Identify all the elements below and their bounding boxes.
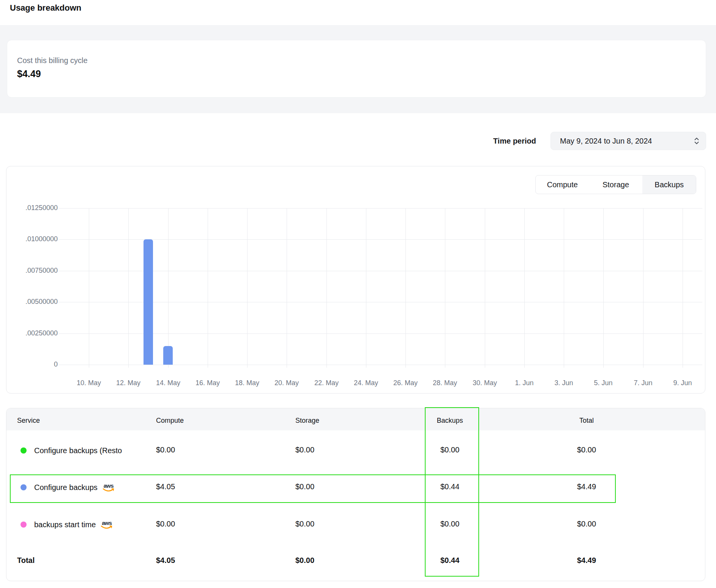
tab-backups[interactable]: Backups: [642, 175, 696, 194]
table-total-storage: $0.00: [295, 556, 314, 565]
page-title: Usage breakdown: [10, 3, 81, 13]
x-axis-tick-label: 26. May: [385, 379, 426, 387]
column-header-storage: Storage: [295, 417, 319, 425]
table-cell-total: $0.00: [530, 520, 643, 528]
x-axis-tick-label: 12. May: [107, 379, 149, 387]
tab-storage[interactable]: Storage: [589, 175, 643, 194]
x-axis-tick-label: 14. May: [147, 379, 189, 387]
time-period-select[interactable]: May 9, 2024 to Jun 8, 2024: [550, 132, 706, 150]
x-axis-tick-label: 7. Jun: [622, 379, 664, 387]
x-axis-tick-label: 9. Jun: [662, 379, 703, 387]
y-axis-tick-label: .00500000: [8, 298, 58, 306]
x-axis-tick-label: 22. May: [306, 379, 347, 387]
usage-breakdown-page: { "page": { "title": "Usage breakdown" }…: [0, 0, 716, 588]
y-axis-tick-label: 0: [8, 360, 58, 368]
column-header-compute: Compute: [156, 417, 184, 425]
chart-gridline-v: [485, 208, 485, 368]
chart-gridline-h: [59, 334, 702, 334]
x-axis-tick-label: 28. May: [424, 379, 466, 387]
aws-logo-icon: aws: [103, 484, 115, 492]
x-axis-tick-label: 1. Jun: [503, 379, 545, 387]
chart-gridline-v: [524, 208, 525, 368]
column-header-total: Total: [530, 417, 643, 425]
table-cell-storage: $0.00: [295, 482, 314, 491]
table-total-label: Total: [17, 556, 35, 565]
chart-gridline-v: [287, 208, 287, 368]
chart-gridline-h: [59, 302, 702, 302]
table-cell-storage: $0.00: [295, 446, 314, 454]
y-axis-tick-label: .01250000: [8, 204, 58, 212]
table-cell-backups: $0.00: [393, 520, 507, 528]
chart-gridline-v: [564, 208, 564, 368]
service-color-dot: [21, 447, 27, 454]
x-axis-tick-label: 10. May: [68, 379, 110, 387]
chart-gridline-v: [445, 208, 445, 368]
service-color-dot: [21, 484, 27, 490]
y-axis-tick-label: .00250000: [8, 329, 58, 337]
table-cell-compute: $4.05: [156, 482, 175, 491]
column-header-service: Service: [17, 417, 40, 425]
x-axis-tick-label: 24. May: [345, 379, 387, 387]
service-name: backups start time: [34, 520, 96, 529]
chart-gridline-v: [208, 208, 208, 368]
chart-gridline-h: [59, 239, 702, 240]
chart-gridline-v: [683, 208, 683, 368]
aws-logo-icon: aws: [101, 521, 113, 530]
service-name: Configure backups: [34, 483, 98, 492]
usage-chart-panel: [6, 166, 705, 394]
table-cell-compute: $0.00: [156, 520, 175, 528]
chart-bar-13-may: [144, 239, 153, 365]
table-cell-total: $4.49: [530, 482, 643, 491]
chart-gridline-v: [405, 208, 406, 368]
chart-gridline-h: [59, 365, 702, 365]
table-cell-storage: $0.00: [295, 520, 314, 528]
billing-cycle-card: [7, 40, 706, 98]
table-total-total: $4.49: [530, 556, 643, 565]
chart-bar-14-may: [163, 346, 173, 365]
table-row-service: Configure backups (Resto: [34, 444, 122, 457]
chart-tabs: ComputeStorageBackups: [535, 175, 696, 194]
x-axis-tick-label: 3. Jun: [543, 379, 585, 387]
table-total-compute: $4.05: [156, 556, 175, 565]
x-axis-tick-label: 18. May: [226, 379, 268, 387]
chart-gridline-v: [247, 208, 248, 368]
x-axis-tick-label: 20. May: [266, 379, 308, 387]
table-row-service: Configure backupsaws: [34, 481, 115, 493]
chart-gridline-v: [128, 208, 129, 368]
billing-cycle-amount: $4.49: [17, 68, 41, 79]
chart-gridline-v: [366, 208, 366, 368]
y-axis-tick-label: .01000000: [8, 235, 58, 243]
table-cell-backups: $0.44: [393, 482, 507, 491]
column-header-backups: Backups: [393, 417, 507, 425]
chart-gridline-v: [326, 208, 327, 368]
time-period-label: Time period: [437, 137, 536, 145]
chart-gridline-v: [168, 208, 169, 368]
x-axis-tick-label: 30. May: [464, 379, 506, 387]
table-cell-total: $0.00: [530, 446, 643, 454]
table-cell-compute: $0.00: [156, 446, 175, 454]
table-cell-backups: $0.00: [393, 446, 507, 454]
tab-compute[interactable]: Compute: [536, 175, 589, 194]
table-total-backups: $0.44: [393, 556, 507, 565]
y-axis-tick-label: .00750000: [8, 267, 58, 275]
chevron-up-down-icon: [694, 137, 700, 145]
billing-cycle-label: Cost this billing cycle: [17, 56, 88, 65]
usage-table-panel: [6, 408, 705, 581]
chart-gridline-h: [59, 271, 702, 271]
chart-gridline-v: [603, 208, 604, 368]
chart-gridline-v: [89, 208, 89, 368]
chart-gridline-v: [643, 208, 643, 368]
service-color-dot: [21, 522, 27, 528]
service-name: Configure backups (Resto: [34, 446, 122, 455]
time-period-value: May 9, 2024 to Jun 8, 2024: [560, 137, 694, 145]
chart-gridline-h: [59, 208, 702, 209]
x-axis-tick-label: 16. May: [187, 379, 229, 387]
table-row-service: backups start timeaws: [34, 518, 113, 531]
x-axis-tick-label: 5. Jun: [582, 379, 624, 387]
